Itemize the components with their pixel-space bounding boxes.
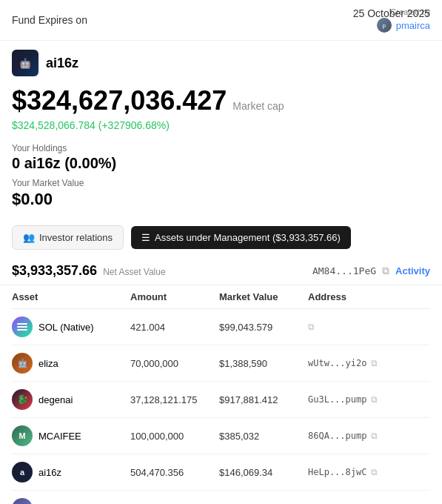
tab-assets-under-management[interactable]: ☰ Assets under Management ($3,933,357.66… xyxy=(131,226,351,249)
creator-row: p pmairca xyxy=(377,18,430,33)
nav-label: Net Asset Value xyxy=(103,267,166,277)
holdings-value: 0 ai16z (0.00%) xyxy=(12,155,430,172)
nav-section: $3,933,357.66 Net Asset Value AM84...1Pe… xyxy=(0,257,442,285)
asset-name-mcaifee: MCAIFEE xyxy=(38,431,81,442)
asset-avatar-naval: N xyxy=(12,498,33,504)
asset-cell-eliza: 🤖 eliza xyxy=(12,353,130,374)
asset-avatar-ai16z: a xyxy=(12,462,33,483)
amount-eliza: 70,000,000 xyxy=(130,358,219,369)
tabs-row: 👥 Investor relations ☰ Assets under Mana… xyxy=(0,218,442,257)
tab-investor-relations[interactable]: 👥 Investor relations xyxy=(12,225,124,250)
wallet-address-short: AM84...1PeG xyxy=(312,265,376,276)
fund-info: 🤖 ai16z xyxy=(0,41,442,79)
market-value-eliza: $1,388,590 xyxy=(219,358,308,369)
market-value-section: Your Market Value $0.00 xyxy=(0,175,442,218)
col-header-asset: Asset xyxy=(12,291,130,302)
asset-cell-degenai: 🐉 degenai xyxy=(12,389,130,410)
copy-ai16z-icon[interactable]: ⧉ xyxy=(371,467,378,477)
table-header: Asset Amount Market Value Address xyxy=(12,285,430,309)
holdings-section: Your Holdings 0 ai16z (0.00%) xyxy=(0,137,442,175)
market-value-sol: $99,043.579 xyxy=(219,322,308,333)
col-header-market-value: Market Value xyxy=(219,291,308,302)
market-value-degenai: $917,881.412 xyxy=(219,394,308,405)
tab-investor-label: Investor relations xyxy=(39,232,113,243)
copy-sol-icon[interactable]: ⧉ xyxy=(308,322,315,332)
asset-cell-mcaifee: M MCAIFEE xyxy=(12,425,130,446)
market-cap-label: Market cap xyxy=(232,100,284,112)
fund-avatar: 🤖 xyxy=(12,50,38,76)
copy-degenai-icon[interactable]: ⧉ xyxy=(371,394,378,405)
table-row: 🐉 degenai 37,128,121.175 $917,881.412 Gu… xyxy=(12,382,430,418)
market-cap-value: $324,627,036.427 xyxy=(12,85,227,116)
amount-sol: 421.004 xyxy=(130,322,219,333)
asset-cell-ai16z: a ai16z xyxy=(12,462,130,483)
address-eliza: wUtw...yi2o xyxy=(308,358,366,368)
asset-avatar-sol xyxy=(12,316,33,337)
address-degenai: Gu3L...pump xyxy=(308,394,366,405)
market-value-ai16z: $146,069.34 xyxy=(219,467,308,478)
nav-value: $3,933,357.66 xyxy=(12,263,97,279)
market-cap-row: $324,627,036.427 Market cap xyxy=(12,85,430,116)
activity-link[interactable]: Activity xyxy=(395,265,430,276)
asset-cell-naval: N NAVAL xyxy=(12,498,130,504)
address-mcaifee: 86QA...pump xyxy=(308,431,366,441)
market-cap-change: $324,528,066.784 (+327906.68%) xyxy=(12,116,430,134)
holdings-label: Your Holdings xyxy=(12,143,430,153)
asset-avatar-eliza: 🤖 xyxy=(12,353,33,374)
fund-expires-date: 25 October 2025 xyxy=(353,7,430,19)
fund-expires-label: Fund Expires on xyxy=(12,14,87,26)
copy-eliza-icon[interactable]: ⧉ xyxy=(371,358,378,368)
amount-ai16z: 504,470.356 xyxy=(130,467,219,478)
creator-link[interactable]: pmairca xyxy=(396,20,430,31)
address-cell-eliza: wUtw...yi2o ⧉ xyxy=(308,358,430,368)
asset-name-eliza: eliza xyxy=(38,358,58,369)
your-market-value-amount: $0.00 xyxy=(12,190,430,209)
col-header-amount: Amount xyxy=(130,291,219,302)
nav-right: AM84...1PeG ⧉ Activity xyxy=(312,265,430,277)
your-market-value-label: Your Market Value xyxy=(12,178,430,188)
asset-name-ai16z: ai16z xyxy=(38,467,61,478)
copy-mcaifee-icon[interactable]: ⧉ xyxy=(371,431,378,441)
copy-address-icon[interactable]: ⧉ xyxy=(382,265,389,277)
asset-name-degenai: degenai xyxy=(38,394,73,405)
asset-avatar-mcaifee: M xyxy=(12,425,33,446)
table-row: N NAVAL 10,000,000 $126,010 7wM4...pump … xyxy=(12,491,430,504)
fund-name: ai16z xyxy=(46,56,78,71)
asset-cell-sol: SOL (Native) xyxy=(12,316,130,337)
table-section: Asset Amount Market Value Address SOL (N… xyxy=(0,285,442,504)
table-row: M MCAIFEE 100,000,000 $385,032 86QA...pu… xyxy=(12,418,430,454)
list-icon: ☰ xyxy=(141,232,150,243)
amount-degenai: 37,128,121.175 xyxy=(130,394,219,405)
address-cell-degenai: Gu3L...pump ⧉ xyxy=(308,394,430,405)
tab-assets-label: Assets under Management ($3,933,357.66) xyxy=(155,232,341,243)
table-row: a ai16z 504,470.356 $146,069.34 HeLp...8… xyxy=(12,454,430,491)
address-cell-mcaifee: 86QA...pump ⧉ xyxy=(308,431,430,441)
header-bar: Fund Expires on Created by p pmairca 25 … xyxy=(0,0,442,41)
table-row: 🤖 eliza 70,000,000 $1,388,590 wUtw...yi2… xyxy=(12,345,430,382)
address-cell-sol: ⧉ xyxy=(308,322,430,332)
people-icon: 👥 xyxy=(23,232,35,243)
amount-mcaifee: 100,000,000 xyxy=(130,431,219,442)
col-header-address: Address xyxy=(308,291,430,302)
market-cap-section: $324,627,036.427 Market cap $324,528,066… xyxy=(0,79,442,137)
asset-avatar-degenai: 🐉 xyxy=(12,389,33,410)
address-ai16z: HeLp...8jwC xyxy=(308,467,366,477)
table-row: SOL (Native) 421.004 $99,043.579 ⧉ xyxy=(12,309,430,345)
creator-avatar: p xyxy=(377,18,392,33)
address-cell-ai16z: HeLp...8jwC ⧉ xyxy=(308,467,430,477)
asset-name-sol: SOL (Native) xyxy=(38,322,94,333)
nav-left: $3,933,357.66 Net Asset Value xyxy=(12,263,166,279)
market-value-mcaifee: $385,032 xyxy=(219,431,308,442)
